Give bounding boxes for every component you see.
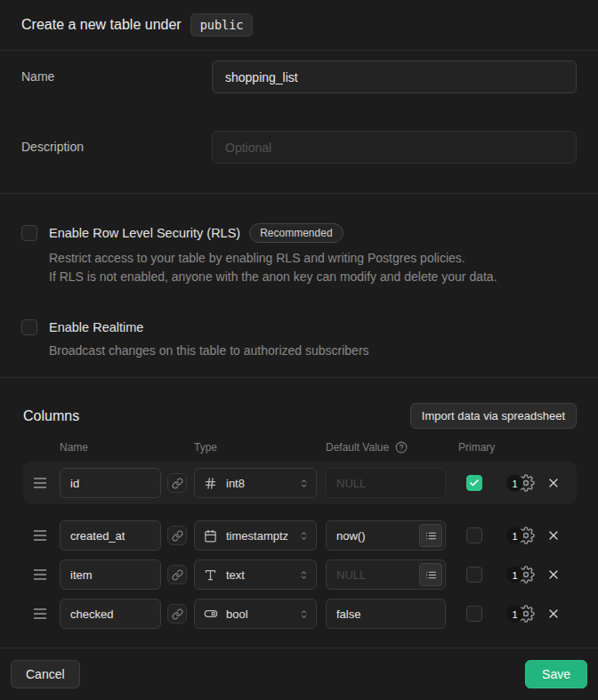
default-value-input	[326, 468, 446, 498]
column-row-created-at: timestamptz 1	[23, 520, 577, 551]
default-value-wrap	[326, 599, 446, 629]
rls-toggle-group: Enable Row Level Security (RLS) Recommen…	[21, 223, 577, 286]
foreign-key-link-icon[interactable]	[167, 473, 187, 493]
realtime-description: Broadcast changes on this table to autho…	[49, 342, 577, 360]
column-name-input[interactable]	[60, 520, 161, 551]
realtime-label: Enable Realtime	[49, 320, 143, 334]
column-row-item: text 1	[23, 559, 577, 590]
table-options-section: Enable Row Level Security (RLS) Recommen…	[0, 194, 598, 378]
drag-handle-icon[interactable]	[34, 569, 46, 580]
import-spreadsheet-button[interactable]: Import data via spreadsheet	[410, 403, 577, 429]
drag-handle-icon[interactable]	[34, 608, 46, 619]
name-label: Name	[21, 60, 212, 84]
toggle-icon	[204, 607, 218, 621]
chevron-up-down-icon	[298, 607, 310, 621]
columns-section: Columns Import data via spreadsheet Name…	[0, 378, 598, 648]
primary-key-checkbox[interactable]	[466, 606, 482, 622]
chevron-up-down-icon	[298, 568, 310, 582]
grid-header-type: Type	[194, 441, 326, 454]
schema-badge: public	[190, 13, 254, 36]
grid-header-default-label: Default Value	[326, 441, 389, 454]
realtime-toggle-group: Enable Realtime Broadcast changes on thi…	[21, 319, 577, 360]
chevron-up-down-icon	[298, 529, 310, 543]
table-description-input[interactable]	[212, 131, 577, 164]
column-type-select[interactable]: text	[194, 559, 317, 590]
column-type-select[interactable]: bool	[194, 599, 317, 629]
column-settings-button[interactable]: 1	[517, 474, 535, 492]
column-type-select[interactable]: int8	[194, 468, 317, 498]
table-name-input[interactable]	[212, 60, 577, 93]
primary-key-checkbox[interactable]	[466, 527, 482, 543]
description-label: Description	[21, 131, 212, 154]
description-field-row: Description	[21, 131, 577, 164]
rls-description-line2: If RLS is not enabled, anyone with the a…	[49, 268, 577, 286]
rls-description-line1: Restrict access to your table by enablin…	[49, 249, 577, 268]
foreign-key-link-icon[interactable]	[167, 565, 187, 584]
columns-grid-header: Name Type Default Value Primary	[23, 441, 577, 454]
column-type-select[interactable]: timestamptz	[194, 520, 317, 551]
realtime-toggle-head: Enable Realtime	[21, 319, 577, 335]
foreign-key-link-icon[interactable]	[167, 526, 187, 545]
rls-label: Enable Row Level Security (RLS)	[49, 226, 240, 240]
columns-title: Columns	[23, 408, 79, 424]
settings-count-badge: 1	[506, 567, 523, 583]
primary-key-checkbox[interactable]	[466, 475, 482, 491]
foreign-key-link-icon[interactable]	[167, 604, 187, 624]
delete-column-button[interactable]	[545, 606, 562, 622]
dialog-header: Create a new table under public	[0, 0, 598, 51]
grid-header-default: Default Value	[326, 441, 458, 454]
realtime-checkbox[interactable]	[21, 319, 37, 335]
settings-count-badge: 1	[506, 475, 523, 492]
rls-toggle-head: Enable Row Level Security (RLS) Recommen…	[21, 223, 577, 243]
rls-checkbox[interactable]	[21, 225, 37, 241]
primary-key-checkbox[interactable]	[466, 567, 482, 583]
chevron-up-down-icon	[298, 477, 310, 490]
delete-column-button[interactable]	[545, 527, 562, 543]
dialog-footer: Cancel Save	[0, 648, 598, 700]
default-suggestions-icon[interactable]	[419, 524, 442, 547]
save-button[interactable]: Save	[525, 660, 587, 688]
table-properties-section: Name Description	[0, 51, 598, 194]
drag-handle-icon[interactable]	[34, 530, 46, 541]
column-row-checked: bool 1	[23, 599, 577, 629]
hash-icon	[204, 477, 218, 490]
default-suggestions-icon[interactable]	[419, 563, 442, 586]
columns-header: Columns Import data via spreadsheet	[23, 403, 577, 429]
default-value-input[interactable]	[326, 599, 446, 629]
recommended-badge: Recommended	[249, 223, 343, 243]
column-type-value: bool	[226, 607, 298, 621]
settings-count-badge: 1	[506, 527, 523, 544]
grid-header-name: Name	[60, 441, 194, 454]
text-icon	[204, 568, 218, 582]
dialog-title: Create a new table under	[21, 17, 182, 33]
column-settings-button[interactable]: 1	[517, 527, 535, 544]
delete-column-button[interactable]	[545, 567, 562, 583]
settings-count-badge: 1	[506, 606, 523, 623]
create-table-dialog: Create a new table under public Name Des…	[0, 0, 598, 700]
help-icon[interactable]	[395, 441, 408, 454]
column-settings-button[interactable]: 1	[517, 605, 535, 623]
rls-description: Restrict access to your table by enablin…	[49, 249, 577, 286]
grid-header-primary: Primary	[458, 441, 577, 454]
calendar-icon	[204, 529, 218, 543]
default-value-wrap	[326, 520, 446, 551]
column-name-input[interactable]	[60, 599, 161, 629]
column-type-value: timestamptz	[226, 529, 298, 543]
column-settings-button[interactable]: 1	[517, 566, 535, 583]
column-name-input[interactable]	[60, 468, 161, 498]
cancel-button[interactable]: Cancel	[11, 660, 80, 688]
column-type-value: int8	[226, 477, 298, 490]
default-value-wrap	[326, 559, 446, 590]
column-name-input[interactable]	[60, 559, 161, 590]
column-type-value: text	[226, 568, 298, 582]
column-row-id: int8 1	[23, 462, 577, 504]
delete-column-button[interactable]	[545, 475, 562, 491]
name-field-row: Name	[21, 60, 577, 93]
drag-handle-icon[interactable]	[34, 478, 46, 488]
default-value-wrap	[326, 468, 446, 498]
